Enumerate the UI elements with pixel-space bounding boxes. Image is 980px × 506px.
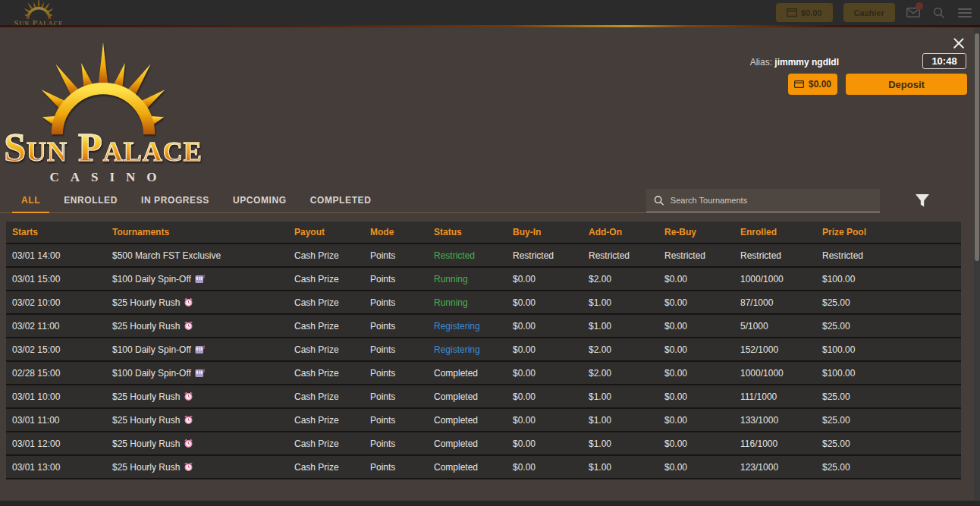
tournament-name: $25 Hourly Rush	[112, 391, 180, 402]
cell-status: Completed	[428, 391, 507, 402]
cell-starts: 03/01 10:00	[6, 391, 106, 402]
tab-bar: ALL ENROLLED IN PROGRESS UPCOMING COMPLE…	[0, 188, 646, 213]
tournament-name: $100 Daily Spin-Off	[112, 344, 191, 355]
table-row[interactable]: 03/02 15:00 $100 Daily Spin-Off Cash Pri…	[6, 338, 961, 362]
search-icon[interactable]	[931, 5, 947, 20]
alarm-clock-icon	[184, 438, 193, 448]
cell-tournament: $100 Daily Spin-Off	[106, 344, 288, 355]
cell-prizepool: $25.00	[816, 438, 961, 449]
cell-buyin: $0.00	[507, 321, 583, 332]
cell-buyin: $0.00	[507, 415, 583, 426]
cell-payout: Cash Prize	[288, 297, 364, 308]
cell-prizepool: $100.00	[816, 368, 961, 379]
search-input[interactable]	[671, 196, 872, 205]
tab-completed[interactable]: COMPLETED	[310, 188, 372, 212]
cell-addon: $1.00	[583, 415, 658, 426]
cell-addon: $1.00	[583, 297, 658, 308]
topbar-cashier-button[interactable]: Cashier	[843, 3, 895, 22]
cell-starts: 03/01 12:00	[6, 438, 106, 449]
header-mode: Mode	[364, 227, 428, 237]
cell-payout: Cash Prize	[288, 274, 364, 284]
menu-icon[interactable]	[957, 5, 972, 20]
topbar-logo[interactable]: Sun Palace	[12, 0, 65, 26]
topbar-balance-button[interactable]: $0.00	[776, 3, 833, 22]
deposit-button[interactable]: Deposit	[846, 74, 967, 95]
funnel-icon[interactable]	[915, 193, 930, 208]
cell-enrolled: 87/1000	[734, 297, 816, 308]
tab-all[interactable]: ALL	[21, 188, 40, 212]
cell-mode: Points	[364, 438, 428, 449]
cell-prizepool: $25.00	[816, 391, 961, 402]
scrollbar[interactable]	[974, 27, 980, 506]
table-row[interactable]: 02/28 15:00 $100 Daily Spin-Off Cash Pri…	[6, 362, 961, 385]
alias-value: jimmmy ngdldl	[774, 57, 839, 68]
cell-status: Running	[428, 274, 507, 284]
tab-upcoming[interactable]: UPCOMING	[233, 188, 287, 212]
messages-icon[interactable]	[906, 5, 921, 20]
topbar-cashier-label: Cashier	[854, 8, 884, 17]
cell-rebuy: $0.00	[658, 438, 734, 449]
header-prizepool: Prize Pool	[816, 227, 961, 237]
alarm-clock-icon	[184, 391, 193, 401]
cell-starts: 03/01 15:00	[6, 274, 106, 284]
table-row[interactable]: 03/01 12:00 $25 Hourly Rush Cash Prize P…	[6, 432, 961, 456]
cell-tournament: $100 Daily Spin-Off	[106, 368, 288, 379]
cell-mode: Points	[364, 250, 428, 261]
wallet-icon	[787, 8, 797, 17]
scrollbar-thumb[interactable]	[975, 33, 979, 261]
tournament-name: $25 Hourly Rush	[112, 462, 180, 473]
cell-mode: Points	[364, 415, 428, 426]
cell-addon: $2.00	[583, 368, 658, 379]
tournament-name: $500 March FST Exclusive	[112, 250, 221, 261]
cell-mode: Points	[364, 297, 428, 308]
cell-enrolled: 111/1000	[734, 391, 816, 402]
table-body: 03/01 14:00 $500 March FST Exclusive Cas…	[6, 244, 961, 479]
cell-rebuy: $0.00	[658, 297, 734, 308]
notification-badge	[916, 2, 923, 10]
table-row[interactable]: 03/01 13:00 $25 Hourly Rush Cash Prize P…	[6, 456, 961, 479]
cell-tournament: $500 March FST Exclusive	[106, 250, 288, 261]
header-payout: Payout	[288, 227, 364, 237]
alias-line: Alias: jimmmy ngdldl	[750, 56, 839, 69]
table-row[interactable]: 03/01 14:00 $500 March FST Exclusive Cas…	[6, 244, 961, 268]
cell-mode: Points	[364, 462, 428, 473]
table-row[interactable]: 03/01 10:00 $25 Hourly Rush Cash Prize P…	[6, 385, 961, 409]
table-row[interactable]: 03/02 10:00 $25 Hourly Rush Cash Prize P…	[6, 291, 961, 315]
table-row[interactable]: 03/02 11:00 $25 Hourly Rush Cash Prize P…	[6, 315, 961, 338]
header-enrolled: Enrolled	[734, 227, 816, 237]
alarm-clock-icon	[184, 415, 193, 425]
cell-enrolled: 1000/1000	[734, 274, 816, 284]
cell-rebuy: Restricted	[658, 250, 734, 261]
tab-enrolled[interactable]: ENROLLED	[64, 188, 118, 212]
cell-starts: 03/02 15:00	[6, 344, 106, 355]
search-icon	[654, 195, 664, 206]
cell-payout: Cash Prize	[288, 321, 364, 332]
cell-tournament: $25 Hourly Rush	[106, 415, 288, 426]
table-row[interactable]: 03/01 15:00 $100 Daily Spin-Off Cash Pri…	[6, 268, 961, 291]
balance-button[interactable]: $0.00	[788, 74, 837, 95]
cell-addon: $1.00	[583, 391, 658, 402]
cell-tournament: $25 Hourly Rush	[106, 462, 288, 473]
cell-prizepool: $25.00	[816, 462, 961, 473]
cell-buyin: $0.00	[507, 344, 583, 355]
cell-rebuy: $0.00	[658, 368, 734, 379]
cell-addon: $2.00	[583, 344, 658, 355]
header-tournaments: Tournaments	[106, 227, 288, 237]
cell-mode: Points	[364, 344, 428, 355]
cell-starts: 03/01 14:00	[6, 250, 106, 261]
cell-mode: Points	[364, 368, 428, 379]
cell-prizepool: Restricted	[816, 250, 961, 261]
cell-payout: Cash Prize	[288, 415, 364, 426]
cell-status: Completed	[428, 415, 507, 426]
logo-title: Sun Palace	[0, 130, 206, 165]
tab-in-progress[interactable]: IN PROGRESS	[141, 188, 209, 212]
cell-buyin: $0.00	[507, 274, 583, 284]
cell-rebuy: $0.00	[658, 415, 734, 426]
cell-status: Completed	[428, 462, 507, 473]
cell-starts: 02/28 15:00	[6, 368, 106, 379]
close-icon[interactable]	[953, 37, 965, 49]
cell-tournament: $100 Daily Spin-Off	[106, 274, 288, 284]
table-row[interactable]: 03/01 11:00 $25 Hourly Rush Cash Prize P…	[6, 409, 961, 432]
cell-mode: Points	[364, 321, 428, 332]
topbar-balance-label: $0.00	[801, 8, 822, 17]
